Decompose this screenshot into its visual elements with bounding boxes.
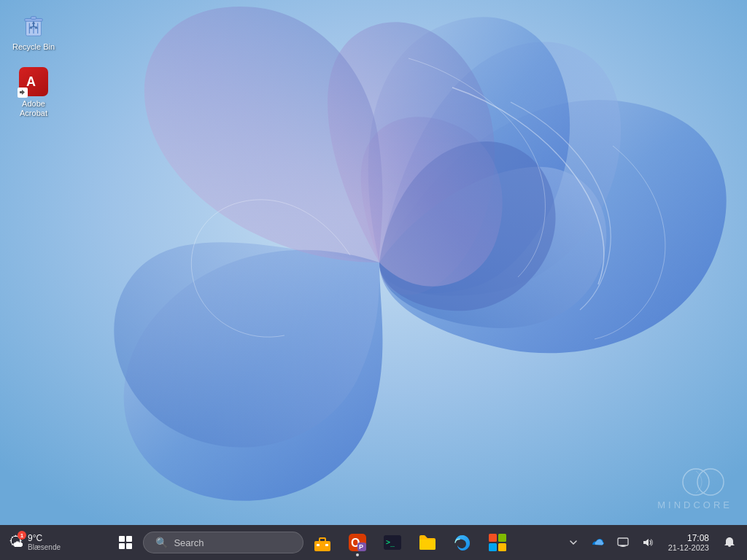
svg-rect-21 (489, 534, 497, 542)
watermark-text: MINDCORE (657, 499, 732, 510)
taskbar: 🌤 1 9°C Blæsende 🔍 Search (0, 525, 747, 560)
show-hidden-icons-button[interactable] (562, 531, 585, 554)
svg-text:A: A (26, 74, 36, 89)
taskbar-app-office[interactable]: O P (341, 526, 374, 559)
svg-rect-3 (31, 17, 36, 20)
app-running-indicator (356, 553, 359, 556)
weather-widget[interactable]: 🌤 1 9°C Blæsende (0, 533, 69, 552)
svg-rect-22 (498, 534, 506, 542)
svg-point-10 (697, 469, 724, 495)
svg-text:P: P (359, 543, 363, 551)
svg-rect-23 (489, 543, 497, 551)
search-icon: 🔍 (155, 537, 168, 548)
recycle-bin-image (19, 10, 48, 39)
display-settings-tray-icon[interactable] (611, 531, 635, 554)
adobe-acrobat-image: A (19, 67, 48, 96)
taskbar-app-toolbox[interactable] (306, 526, 338, 559)
taskbar-center: 🔍 Search O P (69, 526, 556, 559)
svg-rect-12 (320, 538, 325, 542)
windows-logo (119, 536, 132, 549)
clock-date: 21-12-2023 (668, 543, 709, 552)
adobe-acrobat-label: Adobe Acrobat (10, 99, 57, 118)
weather-badge: 1 (18, 531, 26, 540)
mindcore-watermark: MINDCORE (657, 467, 732, 510)
recycle-bin-icon[interactable]: Recycle Bin (7, 7, 60, 55)
onedrive-tray-icon[interactable] (587, 531, 610, 554)
volume-tray-icon[interactable] (636, 531, 659, 554)
taskbar-app-terminal[interactable]: >_ (376, 526, 409, 559)
desktop: Recycle Bin A Adobe Acrobat (0, 0, 747, 525)
weather-icon: 🌤 1 (9, 534, 23, 551)
svg-point-9 (683, 469, 709, 495)
svg-rect-25 (618, 538, 628, 545)
clock-time: 17:08 (687, 533, 709, 543)
svg-text:>_: >_ (386, 538, 395, 547)
svg-rect-14 (325, 544, 328, 546)
adobe-acrobat-icon[interactable]: A Adobe Acrobat (7, 64, 60, 121)
taskbar-app-edge[interactable] (446, 526, 479, 559)
recycle-bin-label: Recycle Bin (12, 42, 55, 52)
wallpaper (0, 0, 747, 525)
search-bar[interactable]: 🔍 Search (143, 532, 303, 553)
weather-text: 9°C Blæsende (28, 533, 61, 552)
taskbar-app-file-explorer[interactable] (411, 526, 444, 559)
svg-rect-24 (498, 543, 506, 551)
notification-center-button[interactable] (718, 531, 741, 554)
system-tray: 17:08 21-12-2023 (556, 531, 747, 554)
svg-rect-13 (317, 544, 320, 546)
weather-condition: Blæsende (28, 543, 61, 552)
weather-temperature: 9°C (28, 533, 61, 543)
taskbar-app-store[interactable] (481, 526, 514, 559)
start-button[interactable] (111, 528, 140, 557)
search-placeholder: Search (174, 537, 204, 548)
clock[interactable]: 17:08 21-12-2023 (664, 532, 713, 553)
